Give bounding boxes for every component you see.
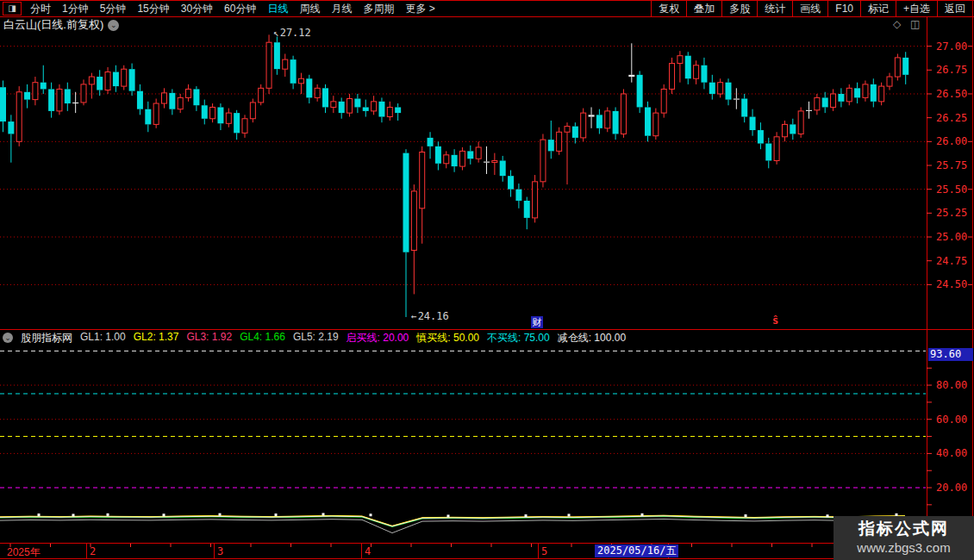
menu-item-15min[interactable]: 15分钟 — [137, 1, 169, 16]
menu-item-multi-period[interactable]: 多周期 — [363, 1, 394, 16]
low-annotation-value: 24.16 — [418, 310, 449, 322]
high-annotation: ↖27.12 — [273, 28, 311, 39]
high-annotation-value: 27.12 — [280, 27, 311, 39]
price-axis-label: 25.50 — [936, 184, 972, 196]
indicator-param-gl3: GL3: 1.92 — [186, 331, 232, 345]
menu-item-30min[interactable]: 30分钟 — [181, 1, 213, 16]
menu-item-add-watchlist[interactable]: +自选 — [896, 1, 937, 16]
diamond-icon[interactable]: ◇ — [893, 18, 901, 30]
menu-item-draw[interactable]: 画线 — [792, 1, 827, 16]
menu-item-adjust[interactable]: 复权 — [651, 1, 686, 16]
menu-item-back[interactable]: 返回 — [937, 1, 973, 16]
tools-menu: 复权叠加多股统计画线F10标记+自选返回 — [651, 1, 973, 16]
watermark-title: 指标公式网 — [834, 519, 974, 539]
price-axis-label: 26.00 — [936, 135, 972, 147]
menu-item-more[interactable]: 更多 > — [405, 1, 434, 16]
indicator-threshold: 不买线: 75.00 — [487, 331, 550, 345]
year-label: 2025年 — [7, 545, 41, 560]
title-bar: 白云山(日线.前复权) ⌄ — [3, 17, 119, 33]
menu-item-5min[interactable]: 5分钟 — [100, 1, 127, 16]
indicator-axis-label: 20.00 — [936, 482, 972, 494]
price-axis-label: 24.75 — [936, 255, 972, 267]
period-menu: 分时1分钟5分钟15分钟30分钟60分钟日线周线月线多周期更多 > — [30, 1, 435, 16]
price-axis-label: 25.25 — [936, 207, 972, 219]
menu-item-1min[interactable]: 1分钟 — [62, 1, 89, 16]
sell-marker-icon: ŝ — [772, 314, 778, 327]
price-axis-label: 24.50 — [936, 278, 972, 290]
menu-item-stats[interactable]: 统计 — [757, 1, 792, 16]
menu-item-overlay[interactable]: 叠加 — [686, 1, 721, 16]
indicator-axis-label: 40.00 — [936, 447, 972, 459]
financial-marker-badge[interactable]: 财 — [531, 316, 543, 328]
app-window: ◨ 分时1分钟5分钟15分钟30分钟60分钟日线周线月线多周期更多 > 复权叠加… — [0, 0, 974, 560]
indicator-param-gl2: GL2: 1.37 — [134, 331, 179, 345]
month-label: 5 — [541, 545, 547, 557]
low-annotation: ←24.16 — [411, 311, 449, 322]
annotation-arrow-icon: ↖ — [273, 28, 279, 39]
chart-title: 白云山(日线.前复权) — [3, 17, 103, 33]
month-label: 4 — [365, 545, 371, 557]
indicator-axis-label: 60.00 — [936, 414, 972, 426]
menu-item-f10[interactable]: F10 — [827, 1, 860, 16]
indicator-axis-label: 80.00 — [936, 379, 972, 391]
watermark: 指标公式网 www.zbgs3.com — [834, 516, 974, 560]
indicator-param-gl5: GL5: 2.19 — [293, 331, 339, 345]
indicator-header: ⌄ 股朋指标网 GL1: 1.00GL2: 1.37GL3: 1.92GL4: … — [0, 331, 926, 345]
indicator-legend: GL1: 1.00GL2: 1.37GL3: 1.92GL4: 1.66GL5:… — [80, 331, 626, 345]
indicator-threshold: 慎买线: 50.00 — [416, 331, 479, 345]
menu-item-60min[interactable]: 60分钟 — [224, 1, 256, 16]
indicator-param-gl4: GL4: 1.66 — [240, 331, 285, 345]
month-label: 2 — [90, 545, 96, 557]
price-axis-label: 25.75 — [936, 159, 972, 171]
indicator-value-badge: 93.60 — [928, 348, 973, 361]
menu-item-mark[interactable]: 标记 — [860, 1, 896, 16]
selected-date-badge: 2025/05/16/五 — [595, 544, 678, 557]
price-axis-label: 26.75 — [936, 64, 972, 76]
menu-item-daily[interactable]: 日线 — [267, 1, 288, 16]
price-axis-label: 26.50 — [936, 88, 972, 100]
price-axis-label: 26.25 — [936, 112, 972, 124]
indicator-collapse-icon[interactable]: ⌄ — [3, 333, 13, 343]
price-axis-label: 27.00 — [936, 40, 972, 53]
indicator-threshold: 启买线: 20.00 — [347, 331, 409, 345]
indicator-param-gl1: GL1: 1.00 — [80, 331, 126, 345]
month-label: 3 — [217, 545, 223, 557]
panel-toggle-icon[interactable]: ◨ — [3, 2, 22, 16]
top-menu-bar: ◨ 分时1分钟5分钟15分钟30分钟60分钟日线周线月线多周期更多 > 复权叠加… — [0, 0, 974, 17]
menu-item-multi-stock[interactable]: 多股 — [721, 1, 757, 16]
annotation-arrow-icon: ← — [411, 311, 417, 322]
collapse-chevron-icon[interactable]: ⌄ — [108, 20, 119, 31]
chart-canvas — [0, 0, 974, 560]
indicator-threshold: 减仓线: 100.00 — [558, 331, 626, 345]
split-window-icon[interactable]: ◫ — [910, 18, 920, 30]
indicator-source[interactable]: 股朋指标网 — [21, 331, 72, 345]
watermark-url: www.zbgs3.com — [834, 539, 974, 557]
menu-item-monthly[interactable]: 月线 — [331, 1, 352, 16]
menu-item-timeshare[interactable]: 分时 — [30, 1, 51, 16]
menu-item-weekly[interactable]: 周线 — [299, 1, 320, 16]
price-axis-label: 25.00 — [936, 231, 972, 243]
